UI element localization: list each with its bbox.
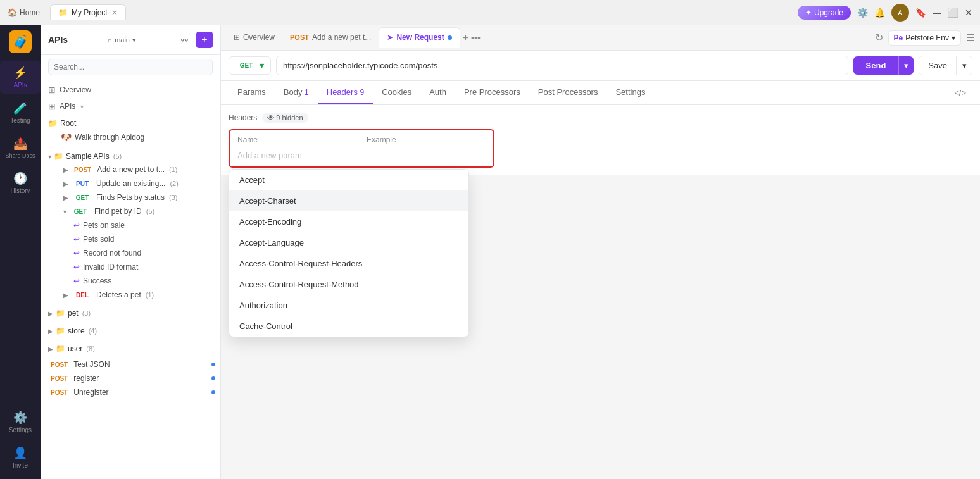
walk-through-icon: 🐶 [61, 132, 72, 142]
chevron-right-icon: ▶ [63, 292, 68, 299]
tab-headers[interactable]: Headers 9 [318, 81, 373, 104]
close-window-button[interactable]: ✕ [965, 8, 972, 18]
sample-apis-header[interactable]: ▾ 📁 Sample APIs (5) [48, 150, 213, 163]
dropdown-item-access-control-headers[interactable]: Access-Control-Request-Headers [229, 253, 468, 274]
titlebar-right: ✦ Upgrade ⚙️ 🔔 A 🔖 — ⬜ ✕ [798, 4, 972, 22]
tab-add-button[interactable]: + [463, 32, 468, 44]
tab-params[interactable]: Params [229, 81, 275, 104]
chevron-right-icon: ▶ [48, 328, 53, 335]
sidebar-item-sharedocs[interactable]: 📤 Share Docs [0, 132, 41, 164]
sidebar-item-apis[interactable]: ⚡ APIs [0, 61, 41, 94]
dropdown-item-accept[interactable]: Accept [229, 170, 468, 190]
bookmark-icon[interactable]: 🔖 [915, 8, 926, 18]
headers-section: Headers 👁 9 hidden Name Example Acc [221, 105, 980, 175]
home-button[interactable]: 🏠 Home [8, 8, 40, 17]
tree-search-input[interactable] [48, 59, 213, 75]
dropdown-item-access-control-method[interactable]: Access-Control-Request-Method [229, 274, 468, 295]
sidebar-item-testing[interactable]: 🧪 Testing [0, 96, 41, 129]
send-dropdown-button[interactable]: ▾ [898, 56, 914, 75]
get-find-pet-id-item[interactable]: ▾ GET Find pet by ID (5) [48, 204, 213, 218]
post-test-json-item[interactable]: POST Test JSON [41, 358, 220, 371]
root-folder-header[interactable]: 📁 Root [48, 117, 213, 130]
post-register-item[interactable]: POST register [41, 371, 220, 385]
get-finds-pets-label: Finds Pets by status [96, 193, 165, 202]
tab-auth[interactable]: Auth [420, 81, 455, 104]
post-add-pet-item[interactable]: ▶ POST Add a new pet to t... (1) [48, 163, 213, 177]
tree-overview[interactable]: ⊞ Overview [41, 82, 220, 98]
main-content: ⊞ Overview POST Add a new pet t... ➤ New… [221, 25, 980, 479]
del-deletes-pet-item[interactable]: ▶ DEL Deletes a pet (1) [48, 288, 213, 302]
post-unregister-item[interactable]: POST Unregister [41, 385, 220, 399]
dropdown-item-accept-language[interactable]: Accept-Language [229, 232, 468, 253]
walk-through-item[interactable]: 🐶 Walk through Apidog [48, 130, 213, 145]
tab-body[interactable]: Body 1 [275, 81, 318, 104]
branch-selector[interactable]: ⑃ main ▾ [108, 36, 136, 44]
upgrade-button[interactable]: ✦ Upgrade [798, 6, 851, 20]
apis-section-label: APIs [60, 102, 75, 111]
code-icon[interactable]: </> [948, 82, 972, 104]
save-button[interactable]: Save [919, 56, 957, 75]
url-input[interactable] [276, 56, 848, 75]
sidebar-item-history[interactable]: 🕐 History [0, 166, 41, 199]
tab-cookies[interactable]: Cookies [373, 81, 420, 104]
tab-overview[interactable]: ⊞ Overview [226, 28, 282, 48]
send-button[interactable]: Send [853, 56, 899, 75]
bell-icon[interactable]: 🔔 [874, 8, 885, 18]
save-dropdown-button[interactable]: ▾ [957, 56, 972, 75]
dropdown-item-accept-charset[interactable]: Accept-Charset [229, 190, 468, 211]
record-not-found-label: Record not found [83, 249, 141, 258]
tab-new-request[interactable]: ➤ New Request [379, 27, 460, 48]
status-dot [211, 363, 215, 366]
put-update-pet-item[interactable]: ▶ PUT Update an existing... (2) [48, 177, 213, 190]
header-name-input[interactable] [232, 147, 491, 164]
maximize-button[interactable]: ⬜ [948, 8, 958, 18]
folder-icon: 📁 [56, 309, 65, 318]
tree-apis-section[interactable]: ⊞ APIs ▾ [41, 98, 220, 115]
add-button[interactable]: + [196, 32, 213, 48]
hamburger-icon[interactable]: ☰ [966, 32, 975, 44]
user-folder-header[interactable]: ▶ 📁 user (8) [48, 342, 213, 355]
store-folder-header[interactable]: ▶ 📁 store (4) [48, 325, 213, 337]
branch-icon: ⑃ [108, 36, 112, 44]
dropdown-item-accept-encoding[interactable]: Accept-Encoding [229, 211, 468, 232]
get-finds-pets-item[interactable]: ▶ GET Finds Pets by status (3) [48, 190, 213, 204]
avatar[interactable]: A [891, 4, 909, 22]
close-icon[interactable]: ✕ [111, 8, 118, 17]
save-button-group: Save ▾ [919, 56, 972, 75]
invalid-id-format-item[interactable]: ↩ Invalid ID format [48, 260, 213, 274]
header-input-wrapper: Name Example Accept Accept-Charset Accep… [229, 129, 972, 168]
env-selector[interactable]: Pe Petstore Env ▾ [888, 30, 961, 46]
folder-icon: 📁 [56, 344, 65, 353]
tab-post-add-pet[interactable]: POST Add a new pet t... [282, 28, 379, 48]
refresh-icon[interactable]: ↻ [875, 32, 883, 44]
pet-folder-header[interactable]: ▶ 📁 pet (3) [48, 307, 213, 320]
success-item[interactable]: ↩ Success [48, 274, 213, 288]
pets-sold-item[interactable]: ↩ Pets sold [48, 232, 213, 246]
filter-button[interactable]: ⚯ [176, 32, 192, 48]
project-tab[interactable]: 📁 My Project ✕ [50, 4, 126, 20]
sidebar-item-settings[interactable]: ⚙️ Settings [0, 406, 41, 439]
project-tab-label: My Project [72, 8, 108, 17]
dropdown-item-authorization[interactable]: Authorization [229, 295, 468, 316]
body-label: Body [284, 87, 303, 97]
minimize-button[interactable]: — [933, 8, 941, 18]
pets-on-sale-item[interactable]: ↩ Pets on sale [48, 218, 213, 232]
headers-count: 9 [360, 88, 365, 97]
tab-more-button[interactable]: ••• [471, 33, 481, 43]
dropdown-item-cache-control[interactable]: Cache-Control [229, 316, 468, 337]
sidebar-item-invite[interactable]: 👤 Invite [0, 441, 41, 474]
tab-settings[interactable]: Settings [606, 81, 654, 104]
record-not-found-item[interactable]: ↩ Record not found [48, 246, 213, 260]
tree-header: APIs ⑃ main ▾ ⚯ + [41, 25, 220, 55]
post-add-pet-label: Add a new pet to t... [97, 165, 165, 174]
invite-icon: 👤 [13, 446, 27, 460]
tree-sidebar: APIs ⑃ main ▾ ⚯ + ⊞ Overview ⊞ APIs ▾ [41, 25, 221, 479]
sharedocs-icon: 📤 [13, 137, 27, 151]
tab-preprocessors[interactable]: Pre Processors [455, 81, 529, 104]
tab-postprocessors[interactable]: Post Processors [529, 81, 607, 104]
upgrade-label: Upgrade [814, 8, 843, 17]
method-get-badge: GET [72, 194, 93, 202]
settings-icon[interactable]: ⚙️ [857, 8, 868, 18]
preprocessors-label: Pre Processors [464, 87, 520, 97]
method-select[interactable]: GET ▾ [229, 56, 271, 75]
